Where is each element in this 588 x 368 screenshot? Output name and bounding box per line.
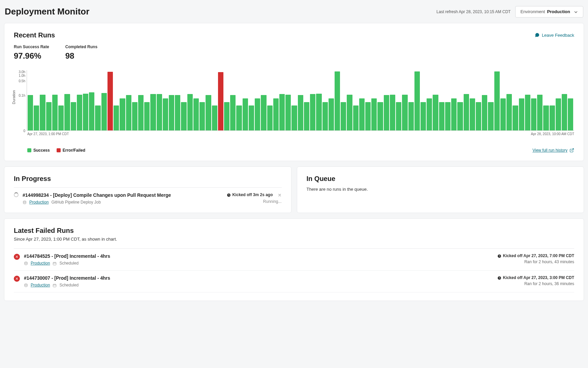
run-title-link[interactable]: #144998234 - [Deploy] Compile Changes up… bbox=[23, 192, 223, 198]
chart-bar[interactable] bbox=[353, 105, 359, 130]
chart-bar[interactable] bbox=[402, 95, 407, 130]
chart-bar[interactable] bbox=[408, 102, 414, 130]
chart-bar[interactable] bbox=[494, 71, 500, 130]
chart-bar[interactable] bbox=[550, 105, 555, 130]
chart-bar[interactable] bbox=[556, 98, 561, 130]
chart-bar[interactable] bbox=[71, 102, 76, 130]
chart-bar[interactable] bbox=[427, 98, 432, 130]
chart-bar[interactable] bbox=[439, 102, 444, 130]
y-tick: 0 bbox=[23, 129, 25, 132]
chart-bar[interactable] bbox=[169, 95, 174, 130]
failed-run-title-link[interactable]: #144784525 - [Prod] Incremental - 4hrs bbox=[24, 253, 110, 259]
environment-select[interactable]: Environment Production bbox=[515, 6, 583, 18]
chart-bar[interactable] bbox=[95, 105, 100, 130]
run-environment-link[interactable]: Production bbox=[29, 200, 49, 205]
chart-bar[interactable] bbox=[316, 94, 321, 130]
chart-bar[interactable] bbox=[28, 95, 33, 130]
chart-bar[interactable] bbox=[384, 95, 389, 130]
chart-bar[interactable] bbox=[365, 102, 371, 130]
chart-bar[interactable] bbox=[52, 95, 58, 130]
failed-run-environment-link[interactable]: Production bbox=[31, 261, 50, 266]
chart-bar[interactable] bbox=[193, 98, 199, 130]
chart-bar[interactable] bbox=[187, 94, 193, 130]
chart-bar[interactable] bbox=[304, 102, 309, 130]
chart-bar[interactable] bbox=[341, 102, 346, 130]
chart-bar[interactable] bbox=[476, 102, 481, 130]
chart-bar[interactable] bbox=[488, 102, 493, 130]
chart-bar[interactable] bbox=[396, 102, 401, 130]
chart-bar[interactable] bbox=[89, 92, 94, 130]
chart-bar[interactable] bbox=[138, 95, 144, 130]
chart-bar[interactable] bbox=[267, 105, 273, 130]
chart-bar[interactable] bbox=[243, 98, 248, 130]
chart-bar[interactable] bbox=[218, 72, 223, 130]
chart-bar[interactable] bbox=[101, 93, 107, 130]
cancel-run-button[interactable] bbox=[278, 192, 282, 197]
chart-bar[interactable] bbox=[433, 95, 438, 130]
chart-bar[interactable] bbox=[157, 94, 162, 130]
chart-bar[interactable] bbox=[470, 98, 475, 130]
chart-bar[interactable] bbox=[482, 95, 487, 130]
chart-bar[interactable] bbox=[298, 95, 303, 130]
chart-bar[interactable] bbox=[445, 102, 451, 130]
chart-bar[interactable] bbox=[500, 98, 506, 130]
chart-bar[interactable] bbox=[46, 102, 52, 130]
chart-bar[interactable] bbox=[236, 105, 242, 130]
chart-bar[interactable] bbox=[506, 94, 512, 130]
chart-bar[interactable] bbox=[40, 95, 45, 130]
failed-run-environment-link[interactable]: Production bbox=[31, 283, 50, 287]
chart-bar[interactable] bbox=[261, 95, 266, 130]
chart-bar[interactable] bbox=[230, 95, 236, 130]
chart-bar[interactable] bbox=[255, 98, 260, 130]
chart-bar[interactable] bbox=[212, 105, 217, 130]
chart-bar[interactable] bbox=[83, 94, 88, 130]
chart-bar[interactable] bbox=[347, 95, 352, 130]
chart-bar[interactable] bbox=[34, 105, 39, 130]
chart-bar[interactable] bbox=[377, 102, 383, 130]
chart-bar[interactable] bbox=[322, 102, 328, 130]
chart-bar[interactable] bbox=[120, 98, 125, 130]
chart-bar[interactable] bbox=[525, 95, 530, 130]
failed-run-title-link[interactable]: #144730007 - [Prod] Incremental - 4hrs bbox=[24, 275, 110, 281]
chart-bar[interactable] bbox=[537, 95, 543, 130]
chart-bar[interactable] bbox=[132, 102, 137, 130]
chart-bar[interactable] bbox=[310, 94, 315, 130]
chart-bar[interactable] bbox=[279, 94, 285, 130]
chart-bar[interactable] bbox=[114, 105, 119, 130]
chart-bar[interactable] bbox=[464, 94, 469, 130]
chart-bar[interactable] bbox=[224, 102, 229, 130]
chart-bar[interactable] bbox=[451, 98, 457, 130]
chart-bar[interactable] bbox=[77, 95, 82, 130]
chart-bar[interactable] bbox=[562, 94, 567, 130]
chart-bar[interactable] bbox=[107, 72, 113, 130]
chart-bar[interactable] bbox=[163, 98, 168, 130]
chart-bar[interactable] bbox=[335, 71, 340, 130]
chart-bar[interactable] bbox=[390, 95, 395, 130]
chart-bar[interactable] bbox=[126, 95, 131, 130]
chart-bar[interactable] bbox=[199, 102, 205, 130]
chart-bar[interactable] bbox=[531, 98, 536, 130]
chart-bar[interactable] bbox=[181, 102, 186, 130]
chart-bar[interactable] bbox=[285, 95, 291, 130]
chart-bar[interactable] bbox=[144, 102, 150, 130]
chart-bar[interactable] bbox=[206, 95, 211, 130]
chart-bar[interactable] bbox=[64, 94, 70, 130]
chart-bar[interactable] bbox=[249, 105, 254, 130]
chart-bar[interactable] bbox=[291, 105, 297, 130]
chart-bar[interactable] bbox=[150, 94, 156, 130]
chart-bar[interactable] bbox=[175, 95, 180, 130]
chart-bar[interactable] bbox=[519, 98, 524, 130]
view-full-history-link[interactable]: View full run history bbox=[532, 148, 574, 153]
chart-bar[interactable] bbox=[371, 98, 377, 130]
leave-feedback-link[interactable]: Leave Feedback bbox=[534, 32, 574, 38]
chart-bar[interactable] bbox=[568, 98, 573, 130]
chart-bar[interactable] bbox=[414, 71, 420, 130]
chart-bar[interactable] bbox=[457, 102, 463, 130]
chart-bar[interactable] bbox=[543, 105, 549, 130]
chart-bar[interactable] bbox=[421, 102, 426, 130]
chart-bar[interactable] bbox=[273, 98, 279, 130]
chart-bar[interactable] bbox=[359, 98, 365, 130]
chart-bar[interactable] bbox=[329, 98, 334, 130]
chart-bar[interactable] bbox=[513, 105, 518, 130]
chart-bar[interactable] bbox=[58, 105, 64, 130]
